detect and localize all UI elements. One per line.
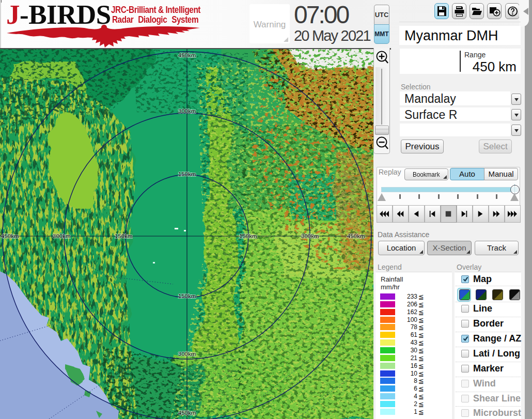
- svg-text:450km: 450km: [347, 233, 365, 239]
- svg-text:150km: 150km: [115, 233, 133, 239]
- svg-text:450km: 450km: [178, 52, 196, 58]
- svg-text:300km: 300km: [301, 233, 319, 239]
- svg-text:300km: 300km: [178, 351, 196, 357]
- svg-text:450km: 450km: [178, 410, 196, 416]
- svg-text:150km: 150km: [178, 171, 196, 177]
- svg-text:300km: 300km: [53, 233, 71, 239]
- svg-text:150km: 150km: [239, 233, 257, 239]
- svg-text:300km: 300km: [178, 108, 196, 114]
- svg-text:150km: 150km: [178, 293, 196, 299]
- svg-text:450km: 450km: [1, 233, 19, 239]
